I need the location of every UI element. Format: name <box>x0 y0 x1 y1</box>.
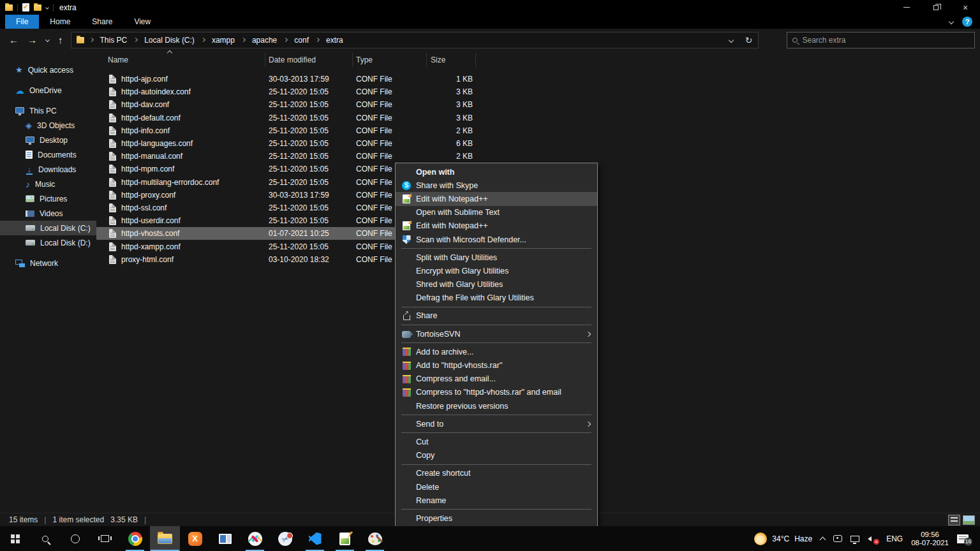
menu-item-copy[interactable]: Copy <box>396 449 597 462</box>
column-header-date-modified[interactable]: Date modified <box>269 55 316 64</box>
menu-item-cut[interactable]: Cut <box>396 435 597 448</box>
sidebar-item-desktop[interactable]: Desktop <box>0 133 96 147</box>
task-view-button[interactable] <box>90 526 120 551</box>
column-header-name[interactable]: Name <box>108 55 128 64</box>
address-bar[interactable]: This PCLocal Disk (C:)xamppapacheconfext… <box>71 32 759 48</box>
sidebar-item-local-disk-c[interactable]: Local Disk (C:) <box>0 221 96 235</box>
search-input[interactable] <box>803 36 969 45</box>
taskbar-app-xampp[interactable] <box>180 526 210 551</box>
taskbar-app-chrome[interactable] <box>120 526 150 551</box>
sidebar-item-documents[interactable]: Documents <box>0 147 96 162</box>
file-row[interactable]: httpd-autoindex.conf25-11-2020 15:05CONF… <box>96 85 475 98</box>
breadcrumb-item[interactable]: Local Disk (C:) <box>143 35 196 45</box>
qat-new-folder-icon[interactable] <box>34 4 41 11</box>
taskbar-app-slack[interactable] <box>240 526 270 551</box>
qat-properties-icon[interactable] <box>22 3 29 11</box>
taskbar-app-file-explorer[interactable] <box>150 526 180 551</box>
breadcrumb-item[interactable]: apache <box>251 35 278 45</box>
menu-item-compress-to-httpd-vhosts-rar-and-email[interactable]: Compress to "httpd-vhosts.rar" and email <box>396 386 597 399</box>
tab-home[interactable]: Home <box>39 15 81 29</box>
menu-item-encrypt-with-glary-utilities[interactable]: Encrypt with Glary Utilities <box>396 264 597 277</box>
menu-item-open-with-sublime-text[interactable]: Open with Sublime Text <box>396 206 597 219</box>
sidebar-item-music[interactable]: Music <box>0 177 96 191</box>
menu-item-restore-previous-versions[interactable]: Restore previous versions <box>396 399 597 413</box>
taskbar-search-button[interactable] <box>30 526 60 551</box>
sidebar-item-network[interactable]: Network <box>0 256 96 270</box>
tab-file[interactable]: File <box>5 15 39 29</box>
qat-customize-chevron-icon[interactable] <box>45 6 49 10</box>
search-box[interactable] <box>787 32 975 48</box>
menu-item-delete[interactable]: Delete <box>396 480 597 494</box>
menu-item-send-to[interactable]: Send to <box>396 417 597 430</box>
refresh-button[interactable]: ↻ <box>740 33 758 48</box>
column-divider[interactable] <box>475 53 476 67</box>
column-header-type[interactable]: Type <box>356 55 373 64</box>
notification-center-icon[interactable]: 16 <box>957 534 969 543</box>
tab-share[interactable]: Share <box>81 15 123 29</box>
file-row[interactable]: httpd-languages.conf25-11-2020 15:05CONF… <box>96 137 475 150</box>
menu-item-share[interactable]: Share <box>396 309 597 323</box>
minimize-button[interactable] <box>892 0 921 15</box>
sidebar-item-quick-access[interactable]: Quick access <box>0 62 96 77</box>
menu-item-create-shortcut[interactable]: Create shortcut <box>396 467 597 480</box>
sidebar-item-3d-objects[interactable]: 3D Objects <box>0 118 96 133</box>
menu-item-defrag-the-file-with-glary-utilities[interactable]: Defrag the File with Glary Utilities <box>396 291 597 305</box>
menu-item-compress-and-email[interactable]: Compress and email... <box>396 372 597 386</box>
menu-item-add-to-archive[interactable]: Add to archive... <box>396 345 597 358</box>
sidebar-item-local-disk-d[interactable]: Local Disk (D:) <box>0 235 96 250</box>
file-row[interactable]: httpd-manual.conf25-11-2020 15:05CONF Fi… <box>96 150 475 163</box>
forward-button[interactable]: → <box>27 35 37 45</box>
breadcrumb-item[interactable]: This PC <box>99 35 129 45</box>
menu-item-share-with-skype[interactable]: Share with Skype <box>396 179 597 192</box>
sidebar-item-pictures[interactable]: Pictures <box>0 191 96 206</box>
language-indicator[interactable]: ENG <box>886 534 903 543</box>
tray-expand-chevron-icon[interactable] <box>820 536 826 543</box>
restore-button[interactable] <box>921 0 951 15</box>
breadcrumb-item[interactable]: xampp <box>211 35 236 45</box>
column-divider[interactable] <box>352 53 353 67</box>
cortana-button[interactable] <box>60 526 90 551</box>
sidebar-item-onedrive[interactable]: OneDrive <box>0 83 96 98</box>
file-row[interactable]: httpd-dav.conf25-11-2020 15:05CONF File3… <box>96 98 475 111</box>
recent-locations-chevron-icon[interactable] <box>45 38 50 42</box>
menu-item-edit-with-notepad[interactable]: Edit with Notepad++ <box>396 219 597 233</box>
details-view-button[interactable] <box>948 515 960 525</box>
clock[interactable]: 09:56 08-07-2021 <box>911 531 949 547</box>
menu-item-properties[interactable]: Properties <box>396 511 597 525</box>
meet-now-icon[interactable] <box>833 535 842 542</box>
sidebar-item-downloads[interactable]: Downloads <box>0 162 96 177</box>
menu-item-edit-with-notepad[interactable]: Edit with Notepad++ <box>396 192 597 205</box>
column-divider[interactable] <box>426 53 427 67</box>
menu-item-tortoisesvn[interactable]: TortoiseSVN <box>396 327 597 341</box>
up-button[interactable]: ↑ <box>58 35 63 45</box>
file-row[interactable]: httpd-info.conf25-11-2020 15:05CONF File… <box>96 124 475 137</box>
large-icons-view-button[interactable] <box>963 515 975 525</box>
menu-item-shred-with-glary-utilities[interactable]: Shred with Glary Utilities <box>396 278 597 291</box>
menu-item-split-with-glary-utilities[interactable]: Split with Glary Utilities <box>396 251 597 264</box>
taskbar-app-snipping-tool[interactable] <box>270 526 300 551</box>
taskbar-app-app-window[interactable] <box>210 526 240 551</box>
weather-widget[interactable]: 34°C Haze <box>754 533 812 545</box>
menu-item-rename[interactable]: Rename <box>396 494 597 507</box>
menu-item-open-with[interactable]: Open with <box>396 165 597 179</box>
volume-muted-icon[interactable] <box>868 535 878 543</box>
close-button[interactable]: × <box>951 0 980 15</box>
menu-item-scan-with-microsoft-defender[interactable]: Scan with Microsoft Defender... <box>396 233 597 246</box>
address-dropdown-button[interactable] <box>722 33 740 48</box>
taskbar-app-paint[interactable] <box>360 526 390 551</box>
menu-item-add-to-httpd-vhosts-rar[interactable]: Add to "httpd-vhosts.rar" <box>396 358 597 372</box>
tab-view[interactable]: View <box>123 15 161 29</box>
taskbar-app-vscode[interactable] <box>300 526 330 551</box>
column-divider[interactable] <box>265 53 265 67</box>
sidebar-item-this-pc[interactable]: This PC <box>0 103 96 118</box>
breadcrumb-item[interactable]: extra <box>325 35 345 45</box>
file-row[interactable]: httpd-ajp.conf30-03-2013 17:59CONF File1… <box>96 73 475 85</box>
start-button[interactable] <box>0 526 30 551</box>
taskbar-app-notepad-plus-plus[interactable] <box>330 526 360 551</box>
ribbon-expand-chevron-icon[interactable] <box>949 19 954 24</box>
help-icon[interactable]: ? <box>962 17 972 27</box>
breadcrumb-item[interactable]: conf <box>293 35 310 45</box>
network-icon[interactable] <box>850 536 859 542</box>
back-button[interactable]: ← <box>9 35 19 45</box>
file-row[interactable]: httpd-default.conf25-11-2020 15:05CONF F… <box>96 112 475 124</box>
